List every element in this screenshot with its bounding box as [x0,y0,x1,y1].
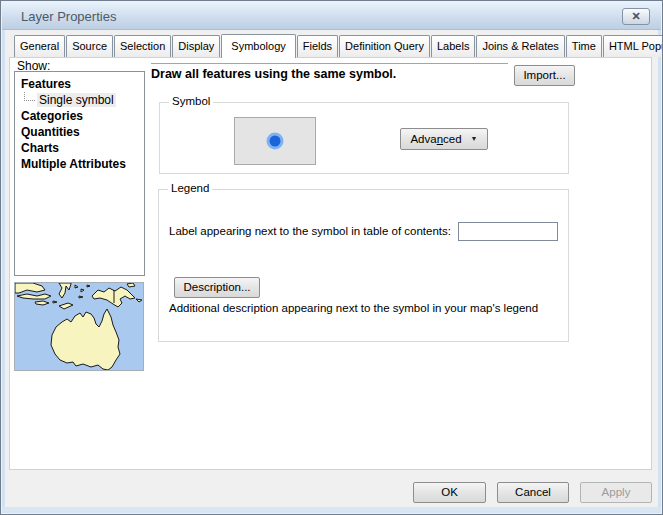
tab-joins-relates[interactable]: Joins & Relates [476,35,564,57]
tree-item-categories[interactable]: Categories [15,108,144,124]
legend-label-text: Label appearing next to the symbol in ta… [169,225,451,237]
legend-groupbox: Legend [158,189,569,342]
map-thumbnail [14,282,144,371]
tree-item-single-symbol[interactable]: Single symbol [15,92,144,108]
legend-additional-text: Additional description appearing next to… [169,302,538,314]
window-frame [658,30,661,513]
tree-item-multiple-attributes[interactable]: Multiple Attributes [15,156,144,172]
renderer-heading: Draw all features using the same symbol. [151,67,396,81]
tab-source[interactable]: Source [66,35,113,57]
ok-button[interactable]: OK [413,482,486,503]
symbol-group-title: Symbol [169,95,213,107]
tree-item-charts[interactable]: Charts [15,140,144,156]
tab-html-popup[interactable]: HTML Popup [603,35,663,57]
show-tree-list: Features Single symbol Categories Quanti… [14,71,145,276]
tab-selection[interactable]: Selection [114,35,171,57]
apply-button[interactable]: Apply [580,482,652,503]
tree-branch-icon [24,92,35,101]
cancel-button[interactable]: Cancel [497,482,569,503]
tab-time[interactable]: Time [566,35,602,57]
tab-general[interactable]: General [14,35,65,57]
tab-fields[interactable]: Fields [297,35,338,57]
symbol-groupbox: Symbol [159,102,569,174]
window-frame [2,507,661,513]
window-title: Layer Properties [21,9,116,24]
tree-item-features[interactable]: Features [15,76,144,92]
tab-definition-query[interactable]: Definition Query [339,35,430,57]
advanced-dropdown-button[interactable]: Advanced ▼ [400,128,488,150]
symbol-preview-button[interactable] [234,117,316,165]
tab-display[interactable]: Display [172,35,220,57]
description-button[interactable]: Description... [174,277,260,298]
legend-label-input[interactable] [458,222,558,241]
close-icon: ✕ [631,10,640,22]
heading-divider [151,63,508,64]
window-frame [2,30,5,513]
advanced-label: Advanced [410,129,461,149]
tree-item-label: Single symbol [37,93,116,107]
tab-symbology[interactable]: Symbology [221,34,295,58]
close-button[interactable]: ✕ [622,8,650,25]
layer-properties-dialog: Layer Properties ✕ General Source Select… [0,0,663,515]
legend-group-title: Legend [168,182,212,194]
tab-strip: General Source Selection Display Symbolo… [14,34,663,57]
tab-labels[interactable]: Labels [431,35,475,57]
chevron-down-icon: ▼ [471,129,478,149]
point-symbol-icon [264,130,286,152]
title-bar[interactable]: Layer Properties ✕ [2,2,661,30]
australia-map-image [15,283,143,370]
tree-item-quantities[interactable]: Quantities [15,124,144,140]
import-button[interactable]: Import... [514,65,575,86]
